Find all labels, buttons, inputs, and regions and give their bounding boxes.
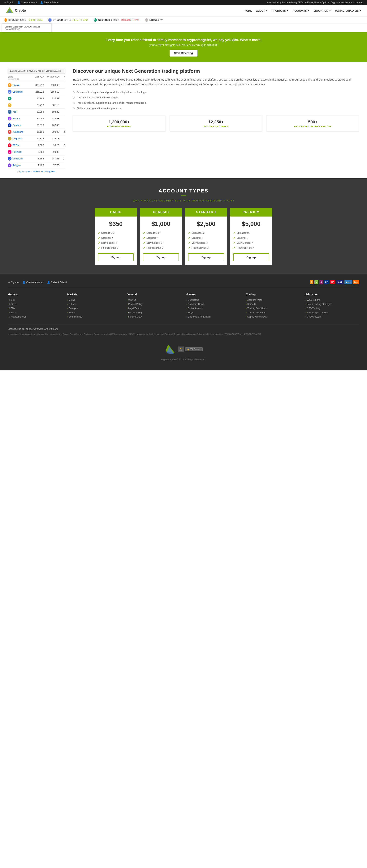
polkadot-link[interactable]: Polkadot xyxy=(12,151,22,153)
footer-link-futures[interactable]: › Futures xyxy=(67,303,121,306)
footer-link-privacy[interactable]: › Privacy Policy xyxy=(127,303,181,306)
solana-link[interactable]: Solana xyxy=(12,117,20,120)
nav-products[interactable]: PRODUCTS▼ xyxy=(272,9,288,12)
footer-link-risk[interactable]: › Risk Warning xyxy=(127,311,181,314)
nav-education[interactable]: EDUCATION▼ xyxy=(314,9,331,12)
table-row: ₮ 90.88B 93.55B xyxy=(8,95,65,102)
footer-col-markets1-title: Markets xyxy=(8,293,61,296)
footer-link-cfd-trading[interactable]: › CFD Trading xyxy=(306,307,359,310)
premium-header: PREMIUM xyxy=(230,208,272,217)
premium-body: $5,000 ✔Spreads: 0.6 ✔Scalping: ✓ ✔Daily… xyxy=(230,217,272,265)
chainlink-link[interactable]: ChainLink xyxy=(12,157,23,160)
education-arrow: ▼ xyxy=(329,10,331,12)
footer-link-cfd-advantages[interactable]: › Advantages of CFDs xyxy=(306,311,359,314)
footer-link-cfds[interactable]: › CFDs xyxy=(8,307,61,310)
footer-refer-icon: 👤 xyxy=(47,281,50,284)
classic-feature-4: ✔Financial Plan: ✗ xyxy=(143,245,179,250)
col-fd-mkt-cap: FD MKT CAP xyxy=(44,76,59,80)
footer-refer-link[interactable]: 👤 Refer A Friend xyxy=(47,281,67,284)
top-bar-links: → Sign In 👤 Create Account 👤 Refer A Fri… xyxy=(4,1,58,4)
footer-link-cfd-glossary[interactable]: › CFD Glossary xyxy=(306,315,359,318)
footer-link-indices[interactable]: › Indices xyxy=(8,303,61,306)
footer-email-link[interactable]: support@cryptorangefxt.com xyxy=(26,328,58,330)
footer-link-commodities[interactable]: › Commodities xyxy=(67,315,121,318)
standard-price: $2,500 xyxy=(188,220,224,227)
xrp-link[interactable]: XRP xyxy=(12,111,18,113)
start-referring-button[interactable]: Start Referring xyxy=(170,50,197,57)
table-row: ✕XRP 32.85B 60.82B xyxy=(8,108,65,115)
footer-link-news[interactable]: › Company News xyxy=(186,303,240,306)
footer-link-forex-strategies[interactable]: › Forex Trading Strategies xyxy=(306,303,359,306)
premium-price: $5,000 xyxy=(233,220,269,227)
footer-link-trading-platforms[interactable]: › Trading Platforms xyxy=(246,311,300,314)
about-arrow: ▼ xyxy=(266,10,267,12)
premium-signup-button[interactable]: Signup xyxy=(233,253,269,261)
footer-link-trading-conditions[interactable]: › Trading Conditions xyxy=(246,307,300,310)
create-account-link[interactable]: 👤 Create Account xyxy=(18,1,37,4)
ethereum-link[interactable]: Ethereum xyxy=(12,91,23,93)
basic-signup-button[interactable]: Signup xyxy=(98,253,134,261)
footer-link-metals[interactable]: › Metals xyxy=(67,299,121,301)
bitcoin-link[interactable]: Bitcoin xyxy=(12,84,20,87)
footer-link-deposit[interactable]: › Deposit/Withdrawal xyxy=(246,315,300,318)
nav-accounts[interactable]: ACCOUNTS▼ xyxy=(293,9,309,12)
ticker-bar: ₿ BTC/USD 42917 +659 (+1.56%) Ξ ETH/USD … xyxy=(0,17,367,24)
cardano-link[interactable]: Cardano xyxy=(12,124,21,127)
platform-title: Discover our unique Next Generation trad… xyxy=(73,68,359,74)
dot-row-icon: ● xyxy=(8,150,11,154)
footer-link-account-types[interactable]: › Account Types xyxy=(246,299,300,301)
footer-create-account-link[interactable]: 👤 Create Account xyxy=(22,281,43,284)
refer-friend-link[interactable]: 👤 Refer A Friend xyxy=(40,1,58,4)
nav-about[interactable]: ABOUT▼ xyxy=(256,9,267,12)
standard-signup-button[interactable]: Signup xyxy=(188,253,224,261)
footer-link-what-forex[interactable]: › What is Forex xyxy=(306,299,359,301)
classic-signup-button[interactable]: Signup xyxy=(143,253,179,261)
basic-body: $350 ✔Spreads: 1.9 ✔Scalping: ✗ ✔Daily S… xyxy=(95,217,137,265)
avalanche-link[interactable]: Avalanche xyxy=(12,131,23,133)
stat-customers: 12,250+ ACTIVE CUSTOMERS xyxy=(170,116,263,131)
footer-link-whyus[interactable]: › Why Us xyxy=(127,299,181,301)
polygon-link[interactable]: Polygon xyxy=(12,164,21,167)
footer-link-energies[interactable]: › Energies xyxy=(67,307,121,310)
footer-link-cryptocurrencies[interactable]: › Cryptocurrencies xyxy=(8,315,61,318)
footer-link-awards[interactable]: › Global Awards xyxy=(186,307,240,310)
discover-payment-icon: Disc xyxy=(353,280,359,284)
footer-link-legal[interactable]: › Legal Terms xyxy=(127,307,181,310)
footer-link-bonds[interactable]: › Bonds xyxy=(67,311,121,314)
tradingview-link[interactable]: Cryptocurrency Markets by TradingView xyxy=(18,170,55,173)
nav-market-analysis[interactable]: MARKET ANALYSIS▼ xyxy=(335,9,361,12)
footer-link-faqs[interactable]: › FAQs xyxy=(186,311,240,314)
footer-link-spreads[interactable]: › Spreads xyxy=(246,303,300,306)
footer-top-links: → Sign In 👤 Create Account 👤 Refer A Fri… xyxy=(8,281,67,284)
footer-col-education: Education › What is Forex › Forex Tradin… xyxy=(306,293,359,320)
footer-link-stocks[interactable]: › Stocks xyxy=(8,311,61,314)
matic-row-icon: M xyxy=(8,163,11,167)
account-types-section: ACCOUNT TYPES WHICH ACCOUNT WILL BEST SU… xyxy=(0,178,367,274)
dogecoin-link[interactable]: Dogecoin xyxy=(12,137,22,140)
market-arrow: ▼ xyxy=(360,10,361,12)
products-arrow: ▼ xyxy=(287,10,288,12)
check-icon: ✔ xyxy=(188,237,190,240)
signin-link[interactable]: → Sign In xyxy=(4,1,14,4)
footer-signin-link[interactable]: → Sign In xyxy=(8,281,19,284)
footer-logo-big: ★ SSL 🔒 SSL Secured xyxy=(11,344,356,355)
stat-customers-number: 12,250+ xyxy=(175,120,257,124)
table-row: ₳Cardano 20.81B 26.50B xyxy=(8,122,65,129)
platform-description: Trade Forex/CFDs all on our advanced, we… xyxy=(73,78,359,87)
footer-link-funds[interactable]: › Funds Safety xyxy=(127,315,181,318)
tron-link[interactable]: TRON xyxy=(12,144,19,147)
table-row: ₿Bitcoin 839.21B 900.29B xyxy=(8,82,65,89)
check-icon: ✔ xyxy=(143,241,145,244)
table-row: ΞEthereum 265.81B 265.81B xyxy=(8,89,65,95)
btc-row-icon: ₿ xyxy=(8,83,11,87)
nav-home[interactable]: HOME xyxy=(245,9,252,12)
feature-2: ⊙Low margins and competitive charges. xyxy=(73,95,359,100)
tron-row-icon: T xyxy=(8,144,11,147)
footer-link-forex[interactable]: › Forex xyxy=(8,299,61,301)
col-p: P xyxy=(59,76,65,80)
footer-link-contact[interactable]: › Contact Us xyxy=(186,299,240,301)
referral-line1: Every time you refer a friend or family … xyxy=(4,38,363,42)
footer-link-licences[interactable]: › Licences & Regulation xyxy=(186,315,240,318)
visa-payment-icon: VISA xyxy=(336,280,343,284)
referral-line2: your referral also gets $50! You could e… xyxy=(4,43,363,46)
